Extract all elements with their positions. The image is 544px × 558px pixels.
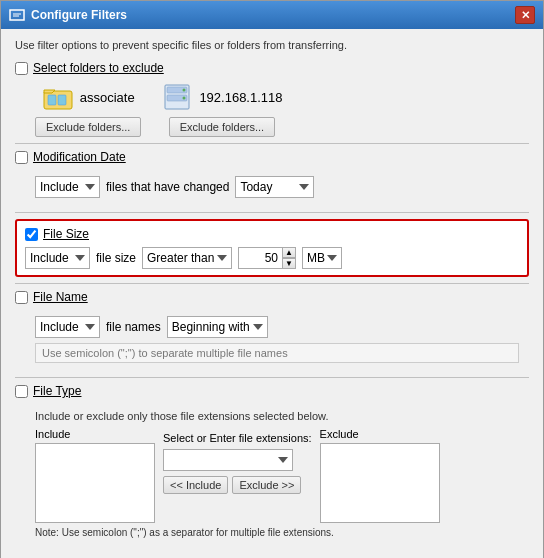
file-name-label: File Name <box>33 290 88 304</box>
title-bar-left: Configure Filters <box>9 7 127 23</box>
modification-date-row: Include Exclude files that have changed … <box>35 176 519 198</box>
svg-point-9 <box>183 89 186 92</box>
modification-date-select[interactable]: Today Yesterday This Week <box>235 176 314 198</box>
file-type-section: File Type Include or exclude only those … <box>15 384 529 546</box>
configure-filters-window: Configure Filters ✕ Use filter options t… <box>0 0 544 558</box>
file-name-body: Include Exclude file names Beginning wit… <box>15 310 529 371</box>
select-folders-checkbox[interactable] <box>15 62 28 75</box>
file-type-include-col: Include <box>35 428 155 523</box>
file-name-include-select[interactable]: Include Exclude <box>35 316 100 338</box>
file-size-input[interactable] <box>238 247 283 269</box>
file-type-header: File Type <box>15 384 529 398</box>
file-name-match-select[interactable]: Beginning with Ending with Containing <box>167 316 268 338</box>
window-icon <box>9 7 25 23</box>
file-name-row: Include Exclude file names Beginning wit… <box>35 316 519 338</box>
spinner-buttons: ▲ ▼ <box>282 247 296 269</box>
file-size-desc: file size <box>96 251 136 265</box>
modification-date-section: Modification Date Include Exclude files … <box>15 150 529 206</box>
file-size-label: File Size <box>43 227 89 241</box>
title-bar: Configure Filters ✕ <box>1 1 543 29</box>
file-size-checkbox[interactable] <box>25 228 38 241</box>
select-extensions-label: Select or Enter file extensions: <box>163 432 312 444</box>
file-size-comparison-select[interactable]: Greater than Less than Equal to <box>142 247 232 269</box>
include-extension-btn[interactable]: << Include <box>163 476 228 494</box>
source-name: associate <box>80 90 135 105</box>
dest-folder: 192.168.1.118 Exclude folders... <box>161 81 282 137</box>
modification-date-header: Modification Date <box>15 150 529 164</box>
file-type-label: File Type <box>33 384 81 398</box>
server-icon <box>161 81 193 113</box>
spinner-down-btn[interactable]: ▼ <box>282 258 296 269</box>
exclude-extension-btn[interactable]: Exclude >> <box>232 476 301 494</box>
file-name-hint: Use semicolon (";") to separate multiple… <box>35 343 519 363</box>
file-name-desc: file names <box>106 320 161 334</box>
exclude-col-label: Exclude <box>320 428 440 440</box>
folders-row: associate Exclude folders... 192.168. <box>15 81 529 137</box>
file-name-section: File Name Include Exclude file names Beg… <box>15 290 529 371</box>
exclude-list[interactable] <box>320 443 440 523</box>
main-content: Use filter options to prevent specific f… <box>1 29 543 558</box>
source-exclude-btn[interactable]: Exclude folders... <box>35 117 141 137</box>
file-size-spinner: ▲ ▼ <box>238 247 296 269</box>
dest-name: 192.168.1.118 <box>199 90 282 105</box>
window-title: Configure Filters <box>31 8 127 22</box>
modification-date-label: Modification Date <box>33 150 126 164</box>
file-type-action-btns: << Include Exclude >> <box>163 476 312 494</box>
spinner-up-btn[interactable]: ▲ <box>282 247 296 258</box>
description-text: Use filter options to prevent specific f… <box>15 39 529 51</box>
file-name-header: File Name <box>15 290 529 304</box>
dest-exclude-btn[interactable]: Exclude folders... <box>169 117 275 137</box>
modification-date-checkbox[interactable] <box>15 151 28 164</box>
svg-point-10 <box>183 97 186 100</box>
select-folders-label: Select folders to exclude <box>33 61 164 75</box>
modification-include-select[interactable]: Include Exclude <box>35 176 100 198</box>
select-folders-header: Select folders to exclude <box>15 61 529 75</box>
file-type-note: Note: Use semicolon (";") as a separator… <box>35 527 519 538</box>
modification-date-desc: files that have changed <box>106 180 229 194</box>
select-folders-section: Select folders to exclude associate Excl… <box>15 61 529 137</box>
file-type-body: Include or exclude only those file exten… <box>15 404 529 546</box>
file-size-include-select[interactable]: Include Exclude <box>25 247 90 269</box>
file-type-extension-select[interactable] <box>163 449 293 471</box>
svg-rect-4 <box>48 95 56 105</box>
close-button[interactable]: ✕ <box>515 6 535 24</box>
source-folder-icon-row: associate <box>42 81 135 113</box>
source-folder: associate Exclude folders... <box>35 81 141 137</box>
file-type-checkbox[interactable] <box>15 385 28 398</box>
file-type-middle: Select or Enter file extensions: << Incl… <box>163 428 312 494</box>
include-list[interactable] <box>35 443 155 523</box>
dest-folder-icon-row: 192.168.1.118 <box>161 81 282 113</box>
file-name-checkbox[interactable] <box>15 291 28 304</box>
svg-rect-5 <box>58 95 66 105</box>
file-type-columns: Include Select or Enter file extensions:… <box>35 428 519 523</box>
file-size-row: Include Exclude file size Greater than L… <box>25 247 519 269</box>
file-size-section: File Size Include Exclude file size Grea… <box>15 219 529 277</box>
modification-date-body: Include Exclude files that have changed … <box>15 170 529 206</box>
file-type-exclude-col: Exclude <box>320 428 440 523</box>
file-size-header: File Size <box>25 227 519 241</box>
file-type-desc: Include or exclude only those file exten… <box>35 410 519 422</box>
file-size-unit-select[interactable]: MB KB GB <box>302 247 342 269</box>
svg-rect-0 <box>10 10 24 20</box>
source-folder-icon <box>42 81 74 113</box>
include-col-label: Include <box>35 428 155 440</box>
